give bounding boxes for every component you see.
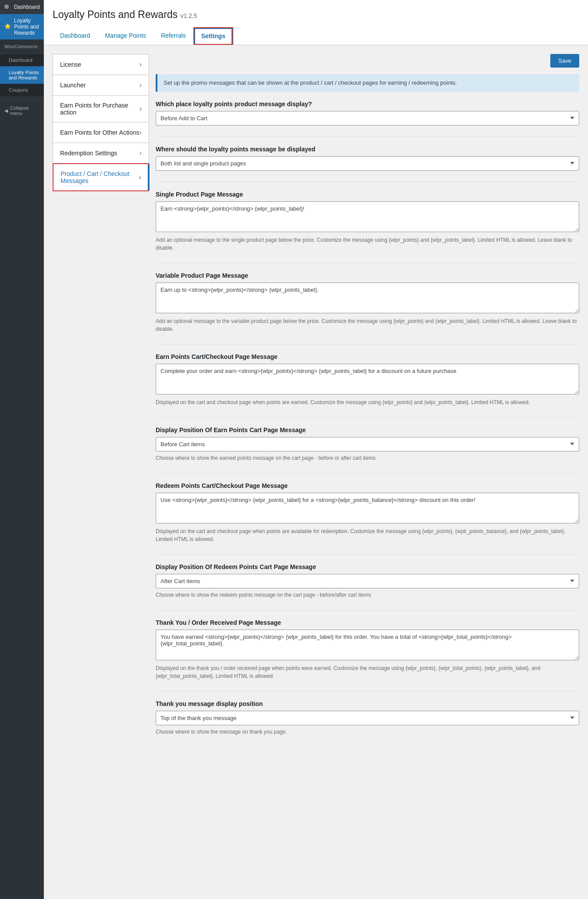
sidebar-sub-loyalty-label: Loyalty Points and Rewards	[9, 70, 39, 80]
textarea-redeem-cart-message[interactable]: Use <strong>{wlpr_points}</strong> {wlpr…	[156, 493, 579, 523]
divider-3	[156, 263, 579, 263]
label-redeem-cart-position: Display Position Of Redeem Points Cart P…	[156, 563, 579, 570]
help-earn-cart-message: Displayed on the cart and checkout page …	[156, 398, 579, 406]
help-redeem-cart-position: Choose where to show the redeem points m…	[156, 591, 579, 599]
sidebar-sub-dashboard-label: Dashboard	[9, 57, 32, 63]
label-variable-product-message: Variable Product Page Message	[156, 272, 579, 279]
form-section-earn-cart-position: Display Position Of Earn Points Cart Pag…	[156, 426, 579, 462]
select-product-message-where[interactable]: Both list and single product pages Singl…	[156, 156, 579, 171]
version-label: v1.2.5	[181, 12, 197, 19]
collapse-menu-button[interactable]: ◀ Collapse menu	[0, 100, 44, 120]
left-panel-redemption[interactable]: Redemption Settings ›	[53, 143, 149, 164]
content-area: License › Launcher › Earn Points for Pur…	[44, 45, 588, 756]
sidebar-sub-coupons[interactable]: Coupons	[0, 84, 44, 96]
nav-tabs: Dashboard Manage Points Referrals Settin…	[53, 27, 579, 45]
help-thank-you-message: Displayed on the thank you / order recei…	[156, 664, 579, 680]
help-earn-cart-position: Choose where to show the earned points m…	[156, 454, 579, 462]
left-panel-earn-other[interactable]: Earn Points for Other Actions ›	[53, 122, 149, 143]
tab-manage-points[interactable]: Manage Points	[98, 27, 153, 45]
product-cart-label: Product / Cart / Checkout Messages	[61, 170, 139, 184]
divider-4	[156, 344, 579, 344]
divider-1	[156, 136, 579, 137]
loyalty-icon: ⭐	[4, 23, 11, 30]
form-section-thank-you-message: Thank You / Order Received Page Message …	[156, 619, 579, 680]
sidebar-item-loyalty[interactable]: ⭐ Loyalty Points and Rewards	[0, 14, 44, 39]
label-earn-cart-position: Display Position Of Earn Points Cart Pag…	[156, 426, 579, 433]
textarea-thank-you-message[interactable]: You have earned <strong>{wlpr_points}</s…	[156, 630, 579, 660]
sidebar-dashboard-label: Dashboard	[14, 4, 40, 10]
sidebar: ⊞ Dashboard ⭐ Loyalty Points and Rewards…	[0, 0, 44, 899]
textarea-variable-product-message[interactable]: Earn up to <strong>{wlpr_points}</strong…	[156, 283, 579, 313]
label-product-message-where: Where should the loyalty points message …	[156, 146, 579, 153]
license-label: License	[60, 61, 81, 68]
divider-7	[156, 554, 579, 555]
redemption-label: Redemption Settings	[60, 150, 117, 157]
label-redeem-cart-message: Redeem Points Cart/Checkout Page Message	[156, 482, 579, 489]
earn-other-label: Earn Points for Other Actions	[60, 129, 139, 136]
tab-settings[interactable]: Settings	[193, 27, 233, 45]
form-section-single-product-message: Single Product Page Message Earn <strong…	[156, 191, 579, 252]
chevron-icon-earn-purchase: ›	[139, 105, 142, 113]
chevron-icon-redemption: ›	[139, 149, 142, 157]
select-earn-cart-position[interactable]: Before Cart items After Cart items	[156, 437, 579, 451]
dashboard-icon: ⊞	[4, 4, 11, 11]
info-box: Set up the promo messages that can be sh…	[156, 74, 579, 92]
save-row: Save	[156, 54, 579, 68]
collapse-icon: ◀	[4, 108, 8, 114]
select-thank-you-position[interactable]: Top of the thank you message Bottom of t…	[156, 711, 579, 725]
form-section-earn-cart-message: Earn Points Cart/Checkout Page Message C…	[156, 353, 579, 406]
main-content: Loyalty Points and Rewards v1.2.5 Dashbo…	[44, 0, 588, 899]
save-button[interactable]: Save	[550, 54, 579, 68]
tab-referrals[interactable]: Referrals	[153, 27, 193, 45]
select-redeem-cart-position[interactable]: Before Cart items After Cart items	[156, 574, 579, 588]
left-panel-product-cart[interactable]: Product / Cart / Checkout Messages ›	[53, 163, 149, 191]
right-panel: Save Set up the promo messages that can …	[156, 54, 579, 747]
help-variable-product-message: Add an optional message to the variable …	[156, 317, 579, 333]
sidebar-woocommerce-header: WooCommerce	[0, 39, 44, 54]
label-thank-you-position: Thank you message display position	[156, 700, 579, 707]
label-thank-you-message: Thank You / Order Received Page Message	[156, 619, 579, 626]
form-section-variable-product-message: Variable Product Page Message Earn up to…	[156, 272, 579, 333]
sidebar-sub-loyalty[interactable]: Loyalty Points and Rewards	[0, 66, 44, 84]
left-panel-earn-purchase[interactable]: Earn Points for Purchase action ›	[53, 95, 149, 122]
active-strip	[148, 164, 150, 190]
chevron-icon-product-cart: ›	[139, 173, 141, 181]
help-single-product-message: Add an optional message to the single pr…	[156, 236, 579, 252]
divider-6	[156, 473, 579, 473]
sidebar-loyalty-label: Loyalty Points and Rewards	[14, 18, 39, 36]
divider-8	[156, 610, 579, 610]
page-title: Loyalty Points and Rewards v1.2.5	[53, 9, 579, 21]
sidebar-sub-dashboard[interactable]: Dashboard	[0, 54, 44, 66]
earn-purchase-label: Earn Points for Purchase action	[60, 102, 139, 116]
textarea-single-product-message[interactable]: Earn <strong>{wlpr_points}</strong> {wlp…	[156, 201, 579, 232]
app-layout: ⊞ Dashboard ⭐ Loyalty Points and Rewards…	[0, 0, 588, 899]
form-section-redeem-cart-message: Redeem Points Cart/Checkout Page Message…	[156, 482, 579, 543]
page-header: Loyalty Points and Rewards v1.2.5 Dashbo…	[44, 0, 588, 45]
help-thank-you-position: Choose where to show the message on than…	[156, 728, 579, 736]
form-section-product-message-where: Where should the loyalty points message …	[156, 146, 579, 171]
help-redeem-cart-message: Displayed on the cart and checkout page …	[156, 527, 579, 543]
chevron-icon-earn-other: ›	[139, 129, 142, 136]
sidebar-item-dashboard[interactable]: ⊞ Dashboard	[0, 0, 44, 14]
divider-2	[156, 182, 579, 182]
collapse-label: Collapse menu	[10, 105, 39, 116]
textarea-earn-cart-message[interactable]: Complete your order and earn <strong>{wl…	[156, 364, 579, 394]
select-product-message-place[interactable]: Before Add to Cart After Add to Cart Bef…	[156, 111, 579, 125]
left-panel: License › Launcher › Earn Points for Pur…	[53, 54, 149, 747]
label-single-product-message: Single Product Page Message	[156, 191, 579, 198]
form-section-redeem-cart-position: Display Position Of Redeem Points Cart P…	[156, 563, 579, 599]
chevron-icon-license: ›	[139, 61, 142, 68]
form-section-product-message-place: Which place loyalty points product messa…	[156, 100, 579, 125]
left-panel-launcher[interactable]: Launcher ›	[53, 75, 149, 96]
label-earn-cart-message: Earn Points Cart/Checkout Page Message	[156, 353, 579, 360]
sidebar-submenu: Dashboard Loyalty Points and Rewards Cou…	[0, 54, 44, 96]
sidebar-sub-coupons-label: Coupons	[9, 87, 28, 93]
divider-9	[156, 691, 579, 691]
left-panel-license[interactable]: License ›	[53, 54, 149, 75]
divider-5	[156, 417, 579, 418]
label-product-message-place: Which place loyalty points product messa…	[156, 100, 579, 107]
form-section-thank-you-position: Thank you message display position Top o…	[156, 700, 579, 736]
launcher-label: Launcher	[60, 82, 86, 89]
chevron-icon-launcher: ›	[139, 81, 142, 89]
tab-dashboard[interactable]: Dashboard	[53, 27, 98, 45]
